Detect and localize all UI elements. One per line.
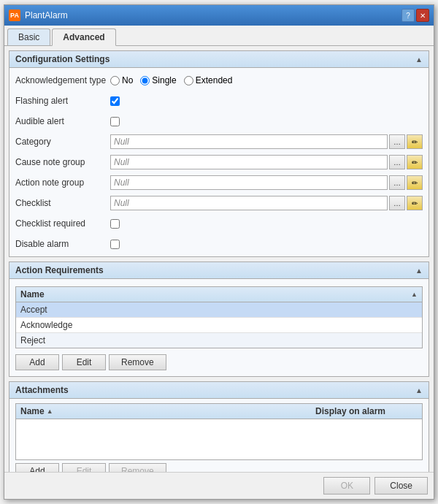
ack-extended-option[interactable]: Extended — [184, 75, 233, 85]
checklist-label: Checklist — [15, 198, 110, 208]
ack-single-option[interactable]: Single — [140, 75, 176, 85]
disable-alarm-control — [110, 240, 423, 249]
ack-no-option[interactable]: No — [110, 75, 133, 85]
category-row: Category … ✏ — [15, 134, 423, 150]
tab-basic[interactable]: Basic — [7, 28, 50, 45]
ok-button[interactable]: OK — [323, 477, 370, 495]
attachments-header: Attachments ▲ — [9, 382, 429, 399]
cause-note-group-control: … ✏ — [110, 155, 423, 169]
category-edit-button[interactable]: ✏ — [407, 134, 423, 149]
attachments-sort-icon[interactable]: ▲ — [47, 408, 53, 415]
action-col-name: Name — [20, 289, 45, 299]
title-bar-controls: ? ✕ — [402, 9, 429, 22]
acknowledgement-type-row: Acknowledgement type No Single Extend — [15, 72, 423, 88]
title-bar-left: PA PlantAlarm — [9, 9, 68, 21]
audible-alert-control — [110, 117, 423, 126]
configuration-settings-section: Configuration Settings ▲ Acknowledgement… — [9, 50, 429, 257]
app-icon-label: PA — [10, 12, 19, 19]
disable-alarm-row: Disable alarm — [15, 236, 423, 252]
acknowledgement-type-control: No Single Extended — [110, 75, 423, 85]
action-requirements-buttons: Add Edit Remove — [15, 351, 423, 372]
action-requirements-body: Name ▲ Accept Acknowledge Reject Add Edi… — [9, 279, 429, 376]
configuration-settings-body: Acknowledgement type No Single Extend — [9, 68, 429, 256]
category-label: Category — [15, 137, 110, 147]
window-title: PlantAlarm — [25, 10, 68, 20]
ack-extended-radio[interactable] — [184, 76, 193, 85]
checklist-browse-button[interactable]: … — [389, 196, 405, 210]
action-sort-icon[interactable]: ▲ — [411, 291, 418, 298]
configuration-settings-header: Configuration Settings ▲ — [9, 51, 429, 68]
acknowledgement-type-label: Acknowledgement type — [15, 75, 110, 85]
checklist-required-control — [110, 219, 423, 229]
cause-note-group-label: Cause note group — [15, 157, 110, 167]
ack-no-label: No — [122, 75, 133, 85]
checklist-input[interactable] — [110, 196, 388, 210]
action-requirements-table: Name ▲ Accept Acknowledge Reject — [15, 286, 423, 348]
action-row-reject[interactable]: Reject — [16, 333, 422, 348]
title-bar: PA PlantAlarm ? ✕ — [4, 5, 434, 26]
action-note-group-input[interactable] — [110, 175, 388, 190]
action-requirements-title: Action Requirements — [15, 265, 104, 275]
flashing-alert-row: Flashing alert — [15, 93, 423, 109]
ack-extended-label: Extended — [196, 75, 233, 85]
ack-no-radio[interactable] — [110, 76, 120, 85]
action-edit-button[interactable]: Edit — [62, 354, 106, 370]
checklist-required-row: Checklist required — [15, 215, 423, 232]
help-button[interactable]: ? — [402, 9, 415, 22]
action-note-group-label: Action note group — [15, 177, 110, 188]
action-row-acknowledge[interactable]: Acknowledge — [16, 318, 422, 333]
disable-alarm-label: Disable alarm — [15, 239, 110, 249]
main-content: Configuration Settings ▲ Acknowledgement… — [4, 46, 434, 472]
action-note-group-row: Action note group … ✏ — [15, 175, 423, 191]
category-control: … ✏ — [110, 134, 423, 149]
cause-note-group-input[interactable] — [110, 155, 388, 169]
attachments-collapse-icon[interactable]: ▲ — [415, 386, 423, 394]
checklist-row: Checklist … ✏ — [15, 195, 423, 211]
attachments-table-header: Name ▲ Display on alarm — [16, 404, 422, 419]
action-requirements-section: Action Requirements ▲ Name ▲ Accept Ackn… — [9, 261, 429, 377]
configuration-settings-title: Configuration Settings — [15, 54, 110, 64]
action-requirements-header: Action Requirements ▲ — [9, 262, 429, 279]
tab-bar: Basic Advanced — [4, 26, 434, 46]
attachments-col-display-label: Display on alarm — [315, 406, 385, 416]
ack-single-radio[interactable] — [140, 76, 150, 85]
action-remove-button[interactable]: Remove — [109, 354, 166, 370]
tab-advanced[interactable]: Advanced — [52, 28, 115, 46]
disable-alarm-checkbox[interactable] — [110, 240, 120, 249]
cause-note-group-browse-button[interactable]: … — [389, 155, 405, 169]
audible-alert-checkbox[interactable] — [110, 117, 120, 126]
attachments-table: Name ▲ Display on alarm — [15, 403, 423, 460]
main-window: PA PlantAlarm ? ✕ Basic Advanced Configu… — [4, 4, 434, 500]
checklist-required-label: Checklist required — [15, 218, 110, 229]
action-row-accept[interactable]: Accept — [16, 302, 422, 318]
attachments-col-name: Name ▲ — [20, 406, 315, 416]
window-close-button[interactable]: ✕ — [416, 9, 429, 22]
app-icon: PA — [9, 9, 20, 21]
attachments-edit-button[interactable]: Edit — [62, 463, 106, 472]
action-note-group-edit-button[interactable]: ✏ — [407, 175, 423, 190]
audible-alert-row: Audible alert — [15, 113, 423, 129]
category-input[interactable] — [110, 134, 388, 149]
cause-note-group-row: Cause note group … ✏ — [15, 154, 423, 170]
attachments-col-name-label: Name — [20, 406, 45, 416]
category-browse-button[interactable]: … — [389, 134, 405, 149]
footer: OK Close — [4, 472, 434, 499]
flashing-alert-label: Flashing alert — [15, 96, 110, 106]
cause-note-group-edit-button[interactable]: ✏ — [407, 155, 423, 169]
action-note-group-browse-button[interactable]: … — [389, 175, 405, 190]
audible-alert-label: Audible alert — [15, 116, 110, 126]
flashing-alert-checkbox[interactable] — [110, 96, 120, 106]
attachments-rows — [16, 419, 422, 459]
attachments-add-button[interactable]: Add — [15, 463, 59, 472]
checklist-required-checkbox[interactable] — [110, 219, 120, 229]
close-button[interactable]: Close — [374, 477, 428, 495]
attachments-remove-button[interactable]: Remove — [109, 463, 166, 472]
ack-single-label: Single — [152, 75, 176, 85]
attachments-col-display: Display on alarm — [315, 406, 418, 416]
checklist-edit-button[interactable]: ✏ — [407, 196, 423, 210]
checklist-control: … ✏ — [110, 196, 423, 210]
action-requirements-collapse-icon[interactable]: ▲ — [415, 267, 423, 275]
action-add-button[interactable]: Add — [15, 354, 59, 370]
configuration-settings-collapse-icon[interactable]: ▲ — [415, 56, 423, 64]
attachments-title: Attachments — [15, 385, 69, 395]
